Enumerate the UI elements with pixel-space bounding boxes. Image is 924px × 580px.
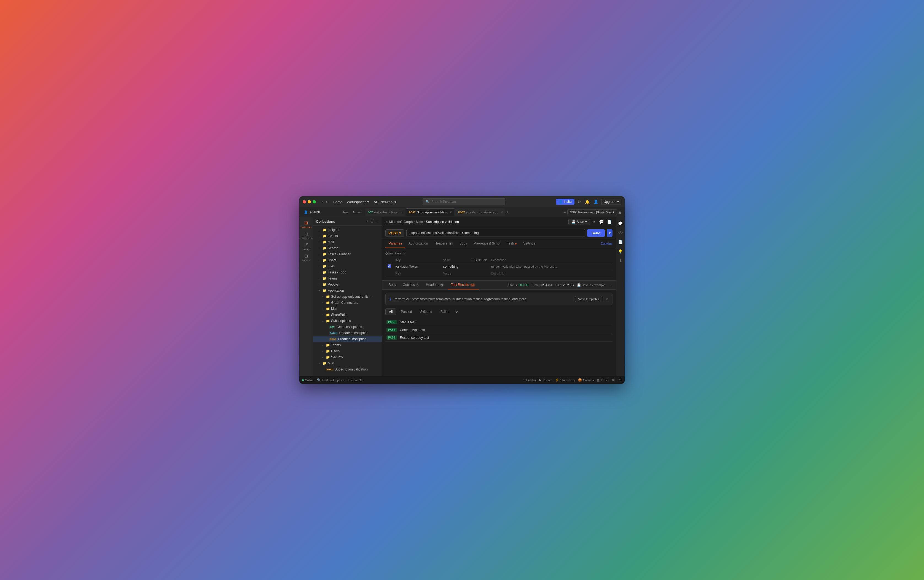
sidebar-item-collections[interactable]: ⊞ Collections xyxy=(301,219,311,229)
close-icon[interactable]: ✕ xyxy=(450,211,452,214)
value-cell[interactable]: Value xyxy=(441,270,489,277)
back-button[interactable]: ‹ xyxy=(320,199,324,204)
list-item[interactable]: › 📁 Tasks - Todo xyxy=(313,269,382,275)
filter-tab-passed[interactable]: Passed xyxy=(397,308,415,315)
send-button[interactable]: Send xyxy=(587,229,605,237)
key-cell[interactable]: validationToken xyxy=(393,263,441,270)
new-tab-button[interactable]: New xyxy=(342,210,351,214)
more-options-button[interactable]: ··· xyxy=(608,283,613,288)
list-item[interactable]: › 📁 Users xyxy=(313,348,382,354)
filter-tab-skipped[interactable]: Skipped xyxy=(417,308,436,315)
list-item[interactable]: ▾ 📁 Application xyxy=(313,288,382,293)
import-button[interactable]: Import xyxy=(352,210,363,214)
cookies-bottom-button[interactable]: 🍪 Cookies xyxy=(578,377,594,383)
runner-button[interactable]: ▶ Runner xyxy=(539,377,552,383)
tabs-overflow-button[interactable]: ▾ xyxy=(563,209,567,215)
comments-button[interactable]: 💬 xyxy=(617,219,624,227)
code-button[interactable]: </> xyxy=(617,229,624,237)
filter-collections-button[interactable]: ☰ xyxy=(370,219,374,224)
list-item[interactable]: PATCH Update subscription xyxy=(313,330,382,336)
cookies-link[interactable]: Cookies xyxy=(601,242,613,246)
invite-button[interactable]: 👤 Invite xyxy=(556,199,575,205)
bulk-edit-button[interactable]: ··· Bulk Edit xyxy=(471,258,487,262)
method-selector[interactable]: POST ▾ xyxy=(385,229,404,237)
list-item[interactable]: › 📁 Users xyxy=(313,257,382,263)
api-network-link[interactable]: API Network ▾ xyxy=(374,200,396,204)
start-proxy-button[interactable]: ⚡ Start Proxy xyxy=(555,377,575,383)
resp-tab-headers[interactable]: Headers 24 xyxy=(423,281,448,290)
home-link[interactable]: Home xyxy=(333,200,343,204)
list-item[interactable]: › 📁 Files xyxy=(313,263,382,269)
list-item[interactable]: › 📁 Events xyxy=(313,233,382,239)
sidebar-item-explore[interactable]: ⊟ Explore xyxy=(301,252,311,262)
resp-tab-body[interactable]: Body xyxy=(385,281,399,290)
url-input[interactable] xyxy=(406,229,585,237)
env-settings-button[interactable]: ⊟ xyxy=(618,209,623,215)
info-button[interactable]: ℹ xyxy=(617,257,624,265)
refresh-button[interactable]: ↻ xyxy=(455,310,458,314)
list-item[interactable]: ▾ 📁 Subscriptions xyxy=(313,318,382,324)
value-cell[interactable]: something xyxy=(441,263,489,270)
list-item[interactable]: ▾ 📁 Misc xyxy=(313,360,382,366)
list-item[interactable]: POST Subscription validation xyxy=(313,366,382,372)
tab-authorization[interactable]: Authorization xyxy=(405,239,431,248)
list-item[interactable]: › 📁 Search xyxy=(313,245,382,251)
list-item[interactable]: › 📁 Teams xyxy=(313,342,382,348)
list-item[interactable]: › 📁 Mail xyxy=(313,239,382,245)
filter-tab-all[interactable]: All xyxy=(385,308,396,315)
row-checkbox[interactable] xyxy=(387,264,391,268)
comment-icon[interactable]: 💬 xyxy=(598,219,604,225)
list-item[interactable]: POST Create subscription xyxy=(313,336,382,342)
sidebar-item-history[interactable]: ↺ History xyxy=(301,242,311,251)
tab-subscription-validation[interactable]: POST Subscription validation ✕ xyxy=(406,208,455,216)
list-item[interactable]: › 📁 Security xyxy=(313,354,382,360)
edit-icon[interactable]: ✏ xyxy=(591,219,596,225)
forward-button[interactable]: › xyxy=(325,199,329,204)
breadcrumb-item[interactable]: Microsoft Graph xyxy=(389,220,413,224)
notifications-button[interactable]: 🔔 xyxy=(584,199,590,205)
upgrade-button[interactable]: Upgrade ▾ xyxy=(601,199,621,205)
resp-tab-cookies[interactable]: Cookies 2 xyxy=(399,281,423,290)
tab-pre-request-script[interactable]: Pre-request Script xyxy=(470,239,504,248)
close-icon[interactable]: ✕ xyxy=(400,211,402,214)
list-item[interactable]: › 📁 Mail xyxy=(313,306,382,312)
postbot-button[interactable]: ✦ Postbot xyxy=(523,377,537,383)
tab-body[interactable]: Body xyxy=(456,239,470,248)
list-item[interactable]: › 📁 People xyxy=(313,282,382,288)
settings-button[interactable]: ⚙ xyxy=(576,199,582,205)
add-tab-button[interactable]: + xyxy=(505,210,510,215)
send-chevron-button[interactable]: ▾ xyxy=(607,229,613,237)
view-templates-button[interactable]: View Templates xyxy=(575,296,602,302)
breadcrumb-item[interactable]: Misc xyxy=(416,220,423,224)
list-item[interactable]: › 📁 Graph Connectors xyxy=(313,300,382,306)
find-replace-button[interactable]: 🔍 Find and replace xyxy=(317,378,344,382)
console-button[interactable]: ⊡ Console xyxy=(348,378,362,382)
tab-settings[interactable]: Settings xyxy=(520,239,539,248)
trash-button[interactable]: 🗑 Trash xyxy=(597,377,609,383)
save-button[interactable]: 💾 Send Save ▾ xyxy=(568,219,590,225)
minimize-button[interactable] xyxy=(308,200,311,203)
document-button[interactable]: 📄 xyxy=(617,238,624,246)
sidebar-item-environments[interactable]: ⊙ Environments xyxy=(301,231,311,241)
save-example-button[interactable]: 💾 Save as example xyxy=(577,283,605,287)
tab-params[interactable]: Params xyxy=(385,239,405,248)
filter-tab-failed[interactable]: Failed xyxy=(437,308,453,315)
layout-button[interactable]: ⊞ xyxy=(611,377,616,383)
list-item[interactable]: › 📁 SharePoint xyxy=(313,312,382,318)
tab-headers[interactable]: Headers 8 xyxy=(431,239,456,248)
search-bar[interactable]: 🔍 Search Postman xyxy=(423,198,505,205)
avatar-button[interactable]: 👤 xyxy=(593,199,599,205)
lightbulb-button[interactable]: 💡 xyxy=(617,247,624,255)
tab-create-subscription[interactable]: POST Create subscription Co: ✕ xyxy=(455,208,505,216)
add-collection-button[interactable]: + xyxy=(366,219,369,224)
close-banner-button[interactable]: ✕ xyxy=(605,297,608,301)
env-selector[interactable]: M365 Environment [Buatin Wet ▾ xyxy=(567,209,617,215)
key-cell[interactable]: Key xyxy=(393,270,441,277)
resp-tab-test-results[interactable]: Test Results 3/3 xyxy=(448,281,479,290)
workspaces-link[interactable]: Workspaces ▾ xyxy=(347,200,369,204)
close-icon[interactable]: ✕ xyxy=(501,211,503,214)
list-item[interactable]: GET Get subscriptions xyxy=(313,324,382,330)
list-item[interactable]: › 📁 Set up app-only authentic... xyxy=(313,293,382,300)
help-button[interactable]: ? xyxy=(618,377,622,383)
list-item[interactable]: › 📁 Tasks - Planner xyxy=(313,251,382,257)
